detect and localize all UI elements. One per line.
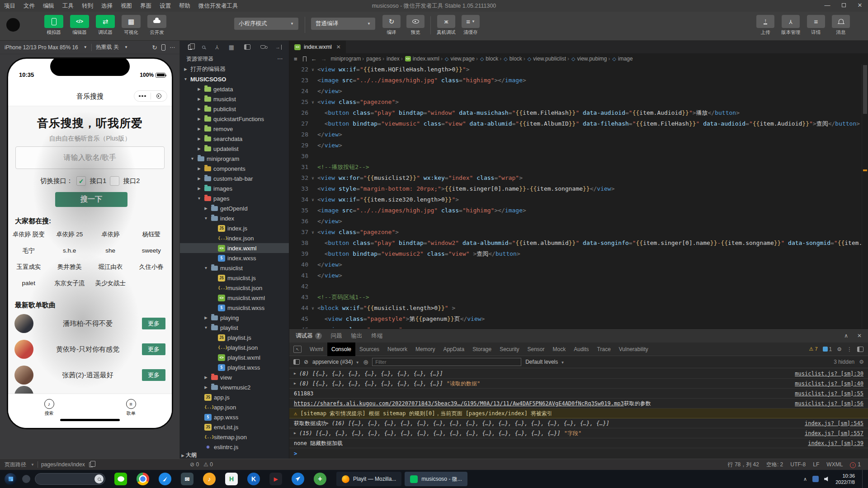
devtools-tab-Memory[interactable]: Memory	[411, 343, 439, 356]
source-link[interactable]: index.js? [sm]:557	[794, 430, 863, 437]
indent-setting[interactable]: 空格: 2	[766, 461, 783, 469]
cursor-position[interactable]: 行 78，列 42	[728, 461, 759, 469]
tree-item-musiclist.wxss[interactable]: Smusiclist.wxss	[180, 303, 289, 313]
list-icon[interactable]: ≡	[294, 56, 297, 62]
devtools-tab-AppData[interactable]: AppData	[439, 343, 468, 356]
preview-button[interactable]	[406, 15, 425, 28]
search-button[interactable]: 搜一下	[55, 192, 127, 207]
warning-count-badge[interactable]: ⚠ 7	[809, 346, 818, 352]
version-button[interactable]: Y	[782, 15, 800, 28]
fold-chevron-icon[interactable]: ∨	[308, 227, 317, 238]
hot-search-item[interactable]: 毛宁	[8, 246, 49, 255]
debugger-button[interactable]: ⇄	[96, 15, 115, 28]
breadcrumb-item-block[interactable]: ›◇block	[499, 56, 522, 62]
current-page-path[interactable]: pages/index/index	[41, 461, 85, 468]
h-app-icon[interactable]: H	[225, 473, 238, 485]
hot-search-item[interactable]: sweety	[131, 246, 172, 255]
compile-select[interactable]: 普通编译 ▼	[311, 18, 375, 30]
breadcrumb-item-block[interactable]: ›◇block	[476, 56, 498, 62]
search-icon[interactable]	[202, 46, 205, 49]
tree-item-quickstartFunctions[interactable]: ▶quickstartFunctions	[180, 114, 289, 124]
tree-item-pages[interactable]: ▼pages	[180, 193, 289, 203]
tree-item-index.js[interactable]: JSindex.js	[180, 223, 289, 233]
console-prompt[interactable]: >	[289, 448, 868, 459]
console-row[interactable]: none 隐藏数据加载index.js? [sm]:39	[289, 438, 868, 448]
tree-item-MUSICSOSO[interactable]: ▼MUSICSOSO	[180, 74, 289, 84]
start-button[interactable]	[5, 473, 17, 485]
tabbar-item-搜索[interactable]: ♪搜索	[8, 394, 90, 429]
close-panel-icon[interactable]: ✕	[857, 333, 862, 339]
tray-app-icon[interactable]	[812, 476, 819, 482]
bookmark-icon[interactable]	[303, 56, 307, 61]
phone-frame-icon[interactable]	[161, 44, 165, 51]
expand-arrow-icon[interactable]: ▶	[294, 370, 296, 377]
devtools-tab-Sources[interactable]: Sources	[355, 343, 383, 356]
devtools-tab-Audits[interactable]: Audits	[570, 343, 593, 356]
console-filter-input[interactable]	[372, 358, 521, 366]
cloud-button[interactable]	[147, 15, 166, 28]
tree-item-miniprogram[interactable]: ▼miniprogram	[180, 154, 289, 164]
devtools-tab-Trace[interactable]: Trace	[593, 343, 615, 356]
source-link[interactable]: index.js? [sm]:39	[797, 440, 863, 447]
menu-item-微信开发者工具[interactable]: 微信开发者工具	[194, 2, 242, 10]
devtools-tab-Security[interactable]: Security	[495, 343, 523, 356]
tree-item-app.wxss[interactable]: Sapp.wxss	[180, 412, 289, 422]
chrome-icon[interactable]	[137, 473, 149, 485]
devtools-tab-Wxml[interactable]: Wxml	[306, 343, 327, 356]
clear-cache-button[interactable]: ≡▼	[462, 15, 480, 28]
show-desktop-button[interactable]	[862, 470, 864, 488]
hot-reload-toggle[interactable]: 热重载 关	[96, 43, 119, 51]
source-link[interactable]: musiclist.js? [sm]:56	[784, 400, 863, 407]
console-row[interactable]: ▶(8) [{…}, {…}, {…}, {…}, {…}, {…}, {…},…	[289, 369, 868, 379]
teapot-icon[interactable]	[260, 45, 265, 49]
tree-item-envList.js[interactable]: JSenvList.js	[180, 422, 289, 432]
collapse-sidebar-icon[interactable]: →	[275, 45, 282, 50]
tree-item-publiclist[interactable]: ▶publiclist	[180, 104, 289, 114]
device-debug-button[interactable]: ж	[437, 15, 455, 28]
hot-search-item[interactable]: she	[90, 246, 131, 255]
menu-item-选择[interactable]: 选择	[97, 2, 117, 10]
devtools-tab-Sensor[interactable]: Sensor	[524, 343, 549, 356]
devtools-tab-Mock[interactable]: Mock	[549, 343, 570, 356]
music-app-icon[interactable]: ♪	[203, 473, 216, 485]
tree-item-playlist.wxss[interactable]: Splaylist.wxss	[180, 362, 289, 372]
tree-item-index.wxml[interactable]: <>index.wxml	[180, 243, 289, 253]
eye-icon[interactable]: ◎	[363, 359, 368, 365]
hidden-count[interactable]: 3 hidden	[834, 359, 854, 365]
breadcrumb-item-index.wxml[interactable]: ›<>index.wxml	[401, 56, 439, 62]
expand-arrow-icon[interactable]: ▶	[294, 380, 296, 387]
tree-item-images[interactable]: ▶images	[180, 183, 289, 193]
tree-item-app.js[interactable]: JSapp.js	[180, 392, 289, 402]
compass-browser-icon[interactable]	[159, 473, 171, 485]
devtools-tab-Network[interactable]: Network	[383, 343, 411, 356]
windows-icon[interactable]	[244, 44, 250, 50]
maximize-button[interactable]	[835, 0, 852, 12]
tab-index-wxml[interactable]: <> index.wxml ✕	[289, 41, 346, 53]
copy-path-icon[interactable]	[89, 462, 93, 467]
hot-search-item[interactable]: 玉置成实	[8, 262, 49, 272]
upload-button[interactable]: ↑	[756, 15, 774, 28]
problem-badge[interactable]: !1	[850, 461, 861, 468]
back-icon[interactable]: ←	[311, 56, 317, 62]
files-icon[interactable]	[188, 45, 192, 50]
tree-item-updatelist[interactable]: ▶updatelist	[180, 144, 289, 154]
tree-item-playing[interactable]: ▶playing	[180, 313, 289, 323]
tree-item-playlist.wxml[interactable]: <>playlist.wxml	[180, 352, 289, 362]
panel-tab-终端[interactable]: 终端	[372, 332, 383, 340]
settings-gear-icon[interactable]: ⚙	[837, 346, 842, 352]
console-row[interactable]: ▶(15) [{…}, {…}, {…}, {…}, {…}, {…}, {…}…	[289, 428, 868, 438]
tree-item-getdata[interactable]: ▶getdata	[180, 84, 289, 94]
fold-chevron-icon[interactable]: ∨	[308, 173, 317, 183]
extensions-icon[interactable]: ▦	[229, 44, 234, 50]
capsule-menu[interactable]	[134, 90, 167, 102]
tree-item-playlist.json[interactable]: {..}playlist.json	[180, 343, 289, 352]
tree-item-musiclist.json[interactable]: {..}musiclist.json	[180, 283, 289, 293]
source-link[interactable]: index.js? [sm]:545	[794, 420, 863, 427]
tree-item-custom-tab-bar[interactable]: ▶custom-tab-bar	[180, 174, 289, 183]
api-checkbox-1[interactable]: ✓	[76, 176, 86, 186]
menu-item-转到[interactable]: 转到	[78, 2, 97, 10]
close-button[interactable]: ✕	[852, 0, 868, 12]
editor-scrollbar[interactable]	[862, 64, 868, 328]
menu-item-帮助[interactable]: 帮助	[175, 2, 194, 10]
tree-item-playlist[interactable]: ▼playlist	[180, 323, 289, 333]
